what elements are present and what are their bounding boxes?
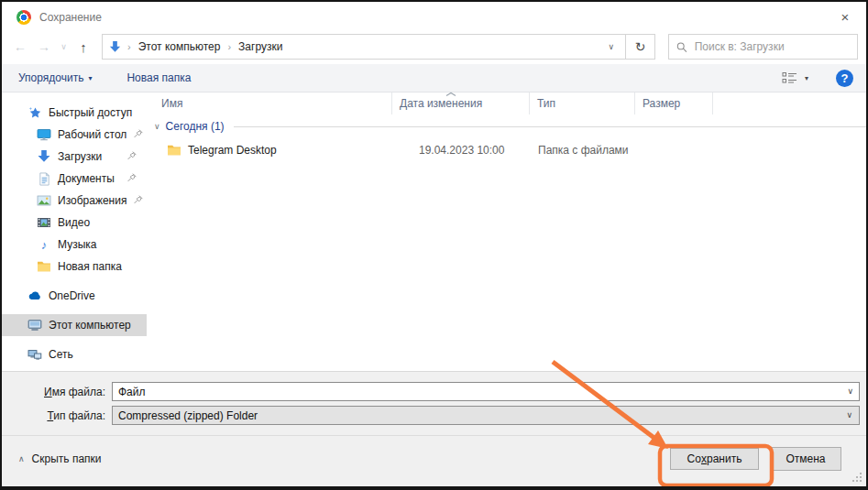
file-name-cell: Telegram Desktop bbox=[147, 143, 391, 158]
window-title: Сохранение bbox=[39, 11, 102, 24]
titlebar: Сохранение × bbox=[2, 2, 866, 32]
save-dialog-window: Сохранение × ← → ∨ ↑ › Этот компьютер › … bbox=[0, 0, 868, 490]
filetype-value: Compressed (zipped) Folder bbox=[118, 409, 258, 422]
filetype-select[interactable]: Compressed (zipped) Folder ∨ bbox=[112, 406, 860, 425]
breadcrumb-separator: › bbox=[227, 41, 231, 52]
address-bar-wrap: › Этот компьютер › Загрузки ∨ ↻ bbox=[102, 34, 655, 60]
sidebar-item-this-pc[interactable]: Этот компьютер bbox=[2, 314, 147, 336]
search-icon bbox=[676, 41, 687, 53]
help-icon[interactable]: ? bbox=[836, 70, 853, 87]
group-label: Сегодня (1) bbox=[166, 120, 225, 133]
onedrive-cloud-icon bbox=[27, 289, 42, 303]
sidebar-item-label: Изображения bbox=[58, 194, 126, 207]
chevron-down-icon[interactable]: ∨ bbox=[847, 387, 853, 396]
view-dropdown-icon[interactable]: ▾ bbox=[805, 74, 808, 82]
sidebar-item-downloads[interactable]: Загрузки bbox=[2, 146, 147, 168]
group-divider bbox=[234, 126, 866, 127]
filename-label-accel: И bbox=[44, 386, 52, 398]
sidebar-item-label: Сеть bbox=[49, 348, 73, 361]
column-header-date-label: Дата изменения bbox=[400, 97, 482, 110]
fields-section: Имя файла: ∨ Тип файла: Compressed (zipp… bbox=[2, 371, 866, 435]
filename-input[interactable] bbox=[112, 382, 860, 401]
address-bar[interactable]: › Этот компьютер › Загрузки ∨ bbox=[102, 34, 626, 60]
column-headers: Имя Дата изменения Тип Размер bbox=[147, 93, 866, 114]
hide-folders-label: Скрыть папки bbox=[32, 452, 102, 465]
sidebar-item-videos[interactable]: Видео bbox=[2, 212, 147, 234]
back-icon[interactable]: ← bbox=[9, 39, 31, 54]
filetype-label: Тип файла: bbox=[2, 409, 112, 422]
sidebar-item-label: Быстрый доступ bbox=[49, 106, 132, 119]
toolbar: Упорядочить ▾ Новая папка ▾ ? bbox=[2, 64, 866, 93]
cancel-button[interactable]: Отмена bbox=[770, 447, 841, 471]
sidebar-item-network[interactable]: Сеть bbox=[2, 343, 147, 365]
details-view-icon[interactable] bbox=[782, 71, 797, 85]
folder-icon bbox=[37, 259, 51, 274]
pin-icon bbox=[126, 172, 137, 186]
sidebar-item-new-folder[interactable]: Новая папка bbox=[2, 256, 147, 278]
chevron-down-icon: ∨ bbox=[846, 410, 852, 419]
column-header-type[interactable]: Тип bbox=[529, 93, 634, 114]
chevron-down-icon: ▾ bbox=[88, 74, 92, 82]
new-folder-label: Новая папка bbox=[126, 71, 191, 84]
footer-buttons: Сохранить Отмена bbox=[670, 447, 841, 471]
cancel-label: Отмена bbox=[786, 452, 825, 465]
sidebar-item-label: Новая папка bbox=[58, 260, 122, 273]
quick-access-star-icon bbox=[27, 105, 42, 120]
navigation-bar: ← → ∨ ↑ › Этот компьютер › Загрузки ∨ ↻ bbox=[2, 32, 866, 64]
resize-grip[interactable] bbox=[852, 473, 863, 483]
file-list-area: Имя Дата изменения Тип Размер ∨ Сегодня … bbox=[147, 93, 866, 371]
folder-icon bbox=[167, 143, 181, 158]
breadcrumb-downloads[interactable]: Загрузки bbox=[236, 40, 284, 53]
column-header-name[interactable]: Имя bbox=[147, 93, 391, 114]
sidebar: Быстрый доступ Рабочий стол Загрузки Док… bbox=[2, 93, 147, 371]
address-dropdown-icon[interactable]: ∨ bbox=[600, 42, 621, 51]
new-folder-button[interactable]: Новая папка bbox=[126, 71, 191, 84]
file-type: Папка с файлами bbox=[529, 144, 634, 157]
column-header-size[interactable]: Размер bbox=[634, 93, 713, 114]
sidebar-item-music[interactable]: ♪ Музыка bbox=[2, 234, 147, 256]
search-input[interactable] bbox=[695, 40, 850, 53]
sidebar-item-desktop[interactable]: Рабочий стол bbox=[2, 124, 147, 146]
filename-label-rest: мя файла: bbox=[52, 386, 105, 398]
sidebar-item-quick-access[interactable]: Быстрый доступ bbox=[2, 102, 147, 124]
sidebar-item-pictures[interactable]: Изображения bbox=[2, 190, 147, 212]
music-note-icon: ♪ bbox=[37, 237, 51, 252]
pin-icon bbox=[133, 128, 144, 142]
downloads-arrow-icon bbox=[108, 40, 122, 54]
refresh-icon[interactable]: ↻ bbox=[626, 34, 655, 60]
group-header-today[interactable]: ∨ Сегодня (1) bbox=[147, 114, 866, 138]
pin-icon bbox=[133, 194, 144, 208]
organize-button[interactable]: Упорядочить ▾ bbox=[18, 71, 92, 84]
document-icon bbox=[37, 171, 51, 186]
save-label-pre: Со bbox=[687, 452, 701, 465]
chrome-icon bbox=[16, 10, 31, 25]
desktop-icon bbox=[37, 127, 51, 142]
sidebar-item-documents[interactable]: Документы bbox=[2, 168, 147, 190]
sort-ascending-icon bbox=[445, 92, 456, 97]
filetype-label-rest: ип файла: bbox=[53, 409, 105, 422]
sidebar-item-label: OneDrive bbox=[49, 289, 95, 302]
save-label-post: ранить bbox=[707, 452, 742, 465]
up-icon[interactable]: ↑ bbox=[72, 39, 94, 55]
this-pc-icon bbox=[27, 318, 42, 332]
video-icon bbox=[37, 215, 51, 230]
save-button[interactable]: Сохранить bbox=[670, 448, 759, 470]
file-name: Telegram Desktop bbox=[188, 144, 277, 157]
history-dropdown-icon[interactable]: ∨ bbox=[57, 42, 71, 51]
sidebar-item-label: Рабочий стол bbox=[58, 128, 126, 141]
hide-folders-button[interactable]: ∧ Скрыть папки bbox=[18, 452, 102, 465]
forward-icon[interactable]: → bbox=[33, 39, 55, 54]
close-icon[interactable]: × bbox=[833, 9, 857, 25]
sidebar-item-label: Загрузки bbox=[58, 150, 102, 163]
sidebar-item-label: Музыка bbox=[58, 238, 96, 251]
breadcrumb-this-pc[interactable]: Этот компьютер bbox=[137, 40, 223, 53]
main-content: Быстрый доступ Рабочий стол Загрузки Док… bbox=[2, 93, 866, 371]
search-box[interactable] bbox=[668, 34, 858, 60]
sidebar-item-onedrive[interactable]: OneDrive bbox=[2, 285, 147, 307]
file-row-telegram-desktop[interactable]: Telegram Desktop 19.04.2023 10:00 Папка … bbox=[147, 138, 866, 162]
breadcrumb-separator: › bbox=[127, 41, 131, 52]
column-header-date[interactable]: Дата изменения bbox=[391, 93, 529, 114]
filename-row: Имя файла: ∨ bbox=[2, 382, 860, 401]
pictures-icon bbox=[37, 193, 51, 208]
organize-label: Упорядочить bbox=[18, 71, 83, 84]
